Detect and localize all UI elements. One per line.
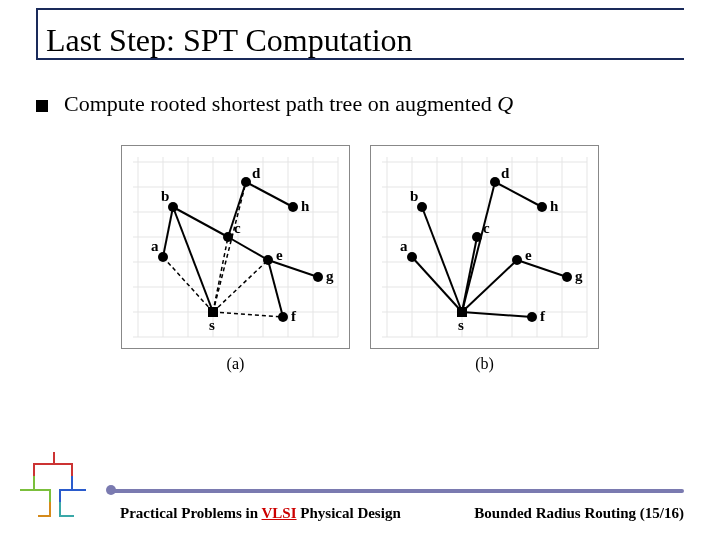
svg-text:h: h bbox=[301, 198, 310, 214]
corner-tree-art bbox=[14, 446, 94, 526]
svg-line-27 bbox=[268, 260, 283, 317]
title-rule-top bbox=[36, 8, 684, 10]
panel-a: abcdefghs bbox=[121, 145, 350, 349]
svg-line-25 bbox=[228, 237, 268, 260]
panel-b-label: (b) bbox=[370, 355, 599, 373]
footer-right: Bounded Radius Routing (15/16) bbox=[474, 505, 684, 522]
footer-left: Practical Problems in VLSI Physical Desi… bbox=[120, 505, 401, 522]
svg-text:c: c bbox=[234, 220, 241, 236]
bullet-text-prefix: Compute rooted shortest path tree on aug… bbox=[64, 91, 497, 116]
panel-a-label: (a) bbox=[121, 355, 350, 373]
svg-point-85 bbox=[562, 272, 572, 282]
svg-text:e: e bbox=[276, 247, 283, 263]
svg-text:a: a bbox=[151, 238, 159, 254]
svg-point-75 bbox=[417, 202, 427, 212]
svg-line-29 bbox=[246, 182, 293, 207]
svg-point-40 bbox=[278, 312, 288, 322]
bullet-item: Compute rooted shortest path tree on aug… bbox=[36, 91, 684, 117]
svg-rect-46 bbox=[208, 307, 218, 317]
graph-a: abcdefghs bbox=[128, 152, 343, 342]
svg-point-34 bbox=[223, 232, 233, 242]
svg-text:f: f bbox=[540, 308, 546, 324]
svg-line-21 bbox=[213, 312, 283, 317]
svg-line-69 bbox=[495, 182, 542, 207]
svg-text:d: d bbox=[252, 165, 261, 181]
svg-point-36 bbox=[241, 177, 251, 187]
svg-line-66 bbox=[422, 207, 462, 312]
bullet-text-italic: Q bbox=[497, 91, 513, 116]
svg-text:b: b bbox=[161, 188, 169, 204]
svg-point-83 bbox=[527, 312, 537, 322]
svg-rect-89 bbox=[457, 307, 467, 317]
footer-rule bbox=[110, 489, 684, 493]
panel-a-wrap: abcdefghs (a) bbox=[121, 145, 350, 373]
title-rule-tick bbox=[36, 8, 38, 58]
svg-text:e: e bbox=[525, 247, 532, 263]
figure: abcdefghs (a) abcdefghs (b) bbox=[36, 145, 684, 373]
svg-point-38 bbox=[263, 255, 273, 265]
footer-vlsi: VLSI bbox=[262, 505, 297, 521]
svg-text:s: s bbox=[209, 317, 215, 333]
svg-point-77 bbox=[472, 232, 482, 242]
svg-text:f: f bbox=[291, 308, 297, 324]
page-title: Last Step: SPT Computation bbox=[46, 22, 720, 59]
svg-text:g: g bbox=[326, 268, 334, 284]
footer-left-suffix: Physical Design bbox=[297, 505, 401, 521]
svg-point-87 bbox=[537, 202, 547, 212]
svg-point-44 bbox=[288, 202, 298, 212]
svg-line-26 bbox=[173, 207, 213, 312]
svg-point-30 bbox=[158, 252, 168, 262]
svg-text:c: c bbox=[483, 220, 490, 236]
svg-text:h: h bbox=[550, 198, 559, 214]
svg-point-73 bbox=[407, 252, 417, 262]
svg-point-32 bbox=[168, 202, 178, 212]
footer-left-prefix: Practical Problems in bbox=[120, 505, 262, 521]
svg-point-81 bbox=[512, 255, 522, 265]
svg-text:b: b bbox=[410, 188, 418, 204]
svg-point-79 bbox=[490, 177, 500, 187]
svg-point-42 bbox=[313, 272, 323, 282]
panel-b: abcdefghs bbox=[370, 145, 599, 349]
graph-b: abcdefghs bbox=[377, 152, 592, 342]
footer: Practical Problems in VLSI Physical Desi… bbox=[0, 495, 720, 522]
panel-b-wrap: abcdefghs (b) bbox=[370, 145, 599, 373]
svg-line-68 bbox=[462, 182, 495, 312]
bullet-text: Compute rooted shortest path tree on aug… bbox=[64, 91, 513, 117]
svg-text:s: s bbox=[458, 317, 464, 333]
svg-text:d: d bbox=[501, 165, 510, 181]
svg-line-72 bbox=[462, 312, 532, 317]
svg-line-19 bbox=[213, 182, 246, 312]
svg-text:a: a bbox=[400, 238, 408, 254]
svg-text:g: g bbox=[575, 268, 583, 284]
svg-line-22 bbox=[163, 207, 173, 257]
bullet-square-icon bbox=[36, 100, 48, 112]
